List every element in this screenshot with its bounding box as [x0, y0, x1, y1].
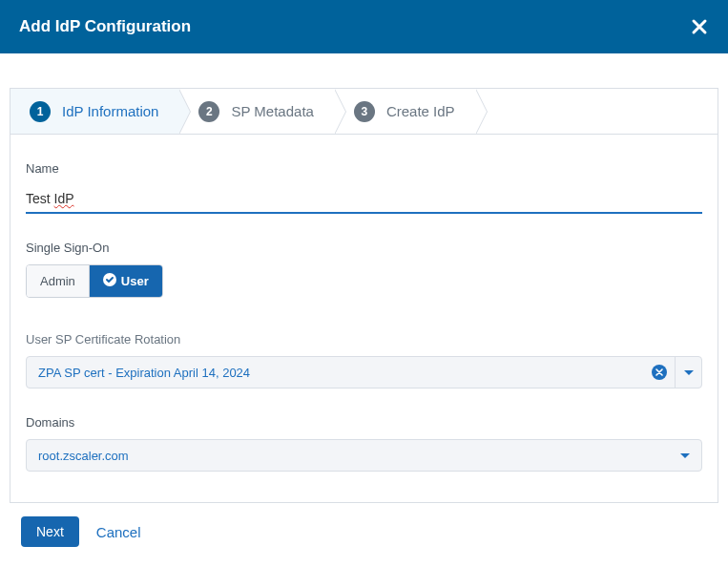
wizard-panel: 1 IdP Information 2 SP Metadata 3 Create…	[10, 88, 718, 503]
wizard-steps: 1 IdP Information 2 SP Metadata 3 Create…	[10, 89, 718, 135]
close-icon[interactable]	[690, 17, 709, 36]
cert-select[interactable]: ZPA SP cert - Expiration April 14, 2024	[26, 356, 702, 388]
cert-label: User SP Certificate Rotation	[26, 332, 702, 346]
field-sso: Single Sign-On Admin User	[26, 241, 702, 298]
domains-label: Domains	[26, 415, 702, 430]
modal-title: Add IdP Configuration	[19, 17, 191, 36]
sso-option-user[interactable]: User	[89, 265, 162, 297]
step-arrow-icon	[476, 89, 488, 135]
domains-select[interactable]: root.zscaler.com	[26, 439, 702, 472]
wizard-step-idp-information[interactable]: 1 IdP Information	[10, 89, 179, 134]
step-badge: 3	[354, 101, 375, 122]
form-body: Name Test IdP Single Sign-On Admin	[10, 135, 718, 502]
clear-icon[interactable]	[652, 365, 667, 380]
step-label: IdP Information	[62, 103, 158, 119]
step-badge: 1	[30, 101, 51, 122]
sso-toggle-group: Admin User	[26, 264, 163, 298]
step-arrow-icon	[335, 89, 346, 135]
name-input[interactable]: Test IdP	[26, 185, 702, 214]
content-area: 1 IdP Information 2 SP Metadata 3 Create…	[0, 53, 728, 503]
step-badge: 2	[198, 101, 219, 122]
step-label: Create IdP	[386, 103, 455, 119]
name-label: Name	[26, 161, 702, 176]
cert-selected-value: ZPA SP cert - Expiration April 14, 2024	[38, 366, 250, 380]
next-button[interactable]: Next	[21, 516, 79, 547]
step-arrow-icon	[179, 89, 191, 135]
wizard-step-create-idp[interactable]: 3 Create IdP	[335, 89, 476, 134]
domains-selected-value: root.zscaler.com	[38, 449, 129, 463]
field-cert-rotation: User SP Certificate Rotation ZPA SP cert…	[26, 332, 702, 388]
name-value-prefix: Test	[26, 191, 54, 206]
sso-option-admin[interactable]: Admin	[27, 265, 89, 297]
wizard-step-sp-metadata[interactable]: 2 SP Metadata	[179, 89, 334, 134]
modal-header: Add IdP Configuration	[0, 0, 728, 53]
footer-bar: Next Cancel	[0, 503, 728, 560]
cert-dropdown-toggle[interactable]	[675, 357, 701, 388]
caret-down-icon	[684, 370, 694, 375]
field-name: Name Test IdP	[26, 161, 702, 214]
cert-select-controls	[652, 357, 701, 388]
check-circle-icon	[103, 273, 116, 289]
caret-down-icon	[680, 453, 690, 458]
cancel-button[interactable]: Cancel	[96, 524, 141, 540]
field-domains: Domains root.zscaler.com	[26, 415, 702, 472]
name-value-spellcheck: IdP	[54, 191, 74, 206]
step-label: SP Metadata	[231, 103, 313, 119]
sso-option-user-label: User	[121, 274, 149, 288]
sso-label: Single Sign-On	[26, 241, 702, 255]
